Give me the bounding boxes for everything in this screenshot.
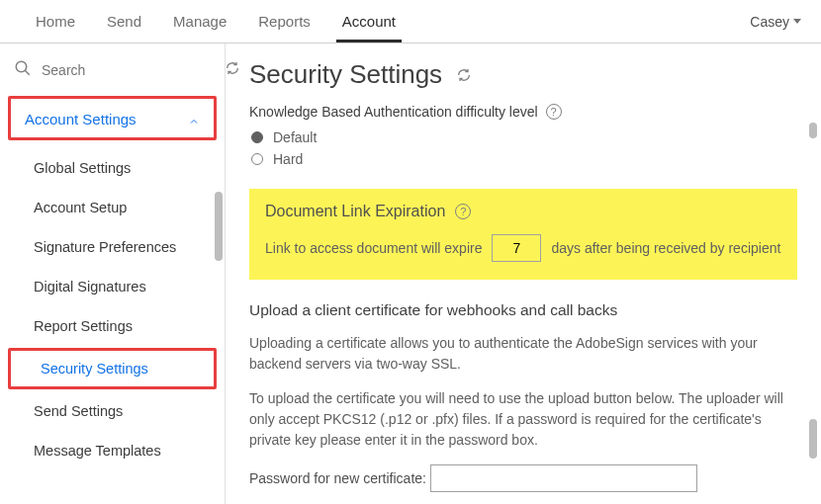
cert-title: Upload a client certificate for webhooks… bbox=[249, 301, 797, 319]
kba-option-label: Hard bbox=[273, 151, 303, 167]
sidebar-item-report-settings[interactable]: Report Settings bbox=[0, 306, 225, 346]
help-icon[interactable]: ? bbox=[546, 104, 562, 120]
main-scrollbar[interactable] bbox=[809, 123, 817, 138]
page-title: Security Settings bbox=[249, 59, 797, 90]
sidebar-item-account-setup[interactable]: Account Setup bbox=[0, 188, 225, 227]
sidebar-item-message-templates[interactable]: Message Templates bbox=[0, 431, 225, 470]
sidebar-item-send-settings[interactable]: Send Settings bbox=[0, 391, 225, 431]
expiration-line: Link to access document will expire days… bbox=[265, 234, 781, 262]
cert-password-row: Password for new certificate: bbox=[249, 464, 797, 492]
chevron-up-icon bbox=[188, 114, 200, 126]
help-icon[interactable]: ? bbox=[455, 204, 471, 219]
cert-paragraph: To upload the certificate you will need … bbox=[249, 388, 797, 451]
svg-point-0 bbox=[16, 61, 27, 72]
expiration-days-input[interactable] bbox=[492, 234, 541, 262]
top-nav: Home Send Manage Reports Account Casey bbox=[0, 0, 821, 43]
main-scrollbar[interactable] bbox=[809, 419, 817, 459]
expiration-pre-text: Link to access document will expire bbox=[265, 240, 482, 256]
svg-line-1 bbox=[25, 70, 30, 75]
sidebar-search[interactable] bbox=[0, 49, 225, 90]
user-menu[interactable]: Casey bbox=[750, 14, 801, 30]
sidebar-item-security-settings[interactable]: Security Settings bbox=[8, 348, 217, 389]
sidebar-item-digital-signatures[interactable]: Digital Signatures bbox=[0, 267, 225, 306]
sidebar-item-signature-preferences[interactable]: Signature Preferences bbox=[0, 227, 225, 267]
expiration-title-text: Document Link Expiration bbox=[265, 203, 445, 220]
sidebar: Account Settings Global Settings Account… bbox=[0, 43, 226, 504]
radio-filled-icon bbox=[251, 131, 263, 143]
sidebar-section-label: Account Settings bbox=[25, 111, 137, 127]
nav-manage[interactable]: Manage bbox=[157, 1, 242, 42]
nav-reports[interactable]: Reports bbox=[242, 1, 326, 42]
nav-home[interactable]: Home bbox=[20, 1, 91, 42]
refresh-icon[interactable] bbox=[456, 59, 472, 90]
kba-heading-text: Knowledge Based Authentication difficult… bbox=[249, 104, 538, 120]
radio-empty-icon bbox=[251, 153, 263, 165]
document-link-expiration-section: Document Link Expiration ? Link to acces… bbox=[249, 189, 797, 280]
cert-paragraph: Uploading a certificate allows you to au… bbox=[249, 333, 797, 375]
search-input[interactable] bbox=[42, 62, 215, 78]
cert-password-input[interactable] bbox=[430, 464, 697, 492]
chevron-down-icon bbox=[793, 19, 801, 24]
kba-option-label: Default bbox=[273, 129, 317, 145]
kba-option-default[interactable]: Default bbox=[251, 129, 797, 145]
expiration-post-text: days after being received by recipient bbox=[551, 240, 780, 256]
search-icon bbox=[14, 59, 32, 80]
client-certificate-section: Upload a client certificate for webhooks… bbox=[249, 301, 797, 492]
main-content: Security Settings Knowledge Based Authen… bbox=[226, 43, 821, 504]
nav-send[interactable]: Send bbox=[91, 1, 157, 42]
kba-option-hard[interactable]: Hard bbox=[251, 151, 797, 167]
expiration-title: Document Link Expiration ? bbox=[265, 203, 781, 220]
user-name-label: Casey bbox=[750, 14, 789, 30]
kba-heading: Knowledge Based Authentication difficult… bbox=[249, 104, 797, 120]
sidebar-scrollbar[interactable] bbox=[215, 192, 223, 261]
cert-password-label: Password for new certificate: bbox=[249, 470, 426, 486]
sidebar-section-account-settings[interactable]: Account Settings bbox=[8, 96, 217, 140]
sidebar-item-global-settings[interactable]: Global Settings bbox=[0, 148, 225, 188]
nav-account[interactable]: Account bbox=[326, 1, 411, 42]
page-title-text: Security Settings bbox=[249, 59, 442, 90]
